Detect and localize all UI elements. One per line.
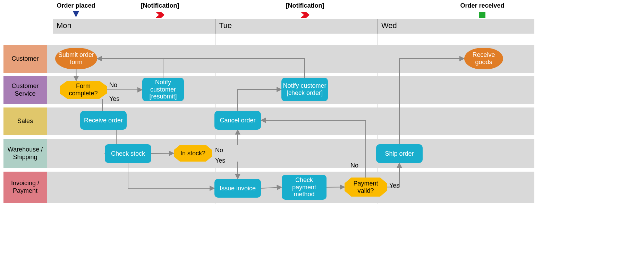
notify-check-node: Notify customer [check order] bbox=[281, 78, 328, 101]
in-stock-node: In stock? bbox=[174, 145, 212, 162]
event-label-notification-2: [Notification] bbox=[286, 2, 324, 9]
lane-header-warehouse-shipping: Warehouse / Shipping bbox=[3, 139, 47, 168]
day-wed: Wed bbox=[378, 19, 534, 34]
day-mon: Mon bbox=[53, 19, 215, 34]
receive-order-node: Receive order bbox=[80, 111, 127, 130]
edge-label-yes-stock: Yes bbox=[215, 157, 225, 164]
edge-label-yes-pay: Yes bbox=[389, 182, 399, 189]
swimlane-customer bbox=[47, 45, 534, 73]
ship-order-node: Ship order bbox=[376, 144, 423, 163]
day-tue: Tue bbox=[215, 19, 378, 34]
lane-header-customer: Customer bbox=[3, 45, 47, 73]
lane-header-sales: Sales bbox=[3, 107, 47, 135]
lane-header-customer-service: Customer Service bbox=[3, 76, 47, 104]
edge-label-yes-form: Yes bbox=[109, 95, 119, 103]
event-label-order-placed: Order placed bbox=[57, 2, 95, 9]
chevron-marker-icon bbox=[300, 11, 310, 19]
edge-label-no-form: No bbox=[109, 81, 117, 89]
lane-header-invoicing-payment: Invoicing / Payment bbox=[3, 172, 47, 203]
cancel-order-node: Cancel order bbox=[214, 111, 261, 130]
check-stock-node: Check stock bbox=[105, 144, 151, 163]
submit-order-node: Submit order form bbox=[55, 48, 97, 69]
triangle-marker-icon bbox=[73, 11, 79, 17]
square-marker-icon bbox=[479, 12, 485, 18]
payment-valid-node: Payment valid? bbox=[345, 178, 387, 197]
event-label-order-received: Order received bbox=[460, 2, 504, 9]
event-label-notification-1: [Notification] bbox=[141, 2, 179, 9]
issue-invoice-node: Issue invoice bbox=[214, 179, 261, 198]
receive-goods-node: Receive goods bbox=[464, 48, 503, 69]
form-complete-node: Form complete? bbox=[60, 81, 107, 99]
chevron-marker-icon bbox=[155, 11, 165, 19]
notify-resubmit-node: Notify customer [resubmit] bbox=[142, 78, 184, 101]
check-payment-node: Check payment method bbox=[282, 175, 327, 200]
edge-label-no-stock: No bbox=[215, 147, 223, 154]
edge-label-no-pay: No bbox=[350, 162, 358, 169]
